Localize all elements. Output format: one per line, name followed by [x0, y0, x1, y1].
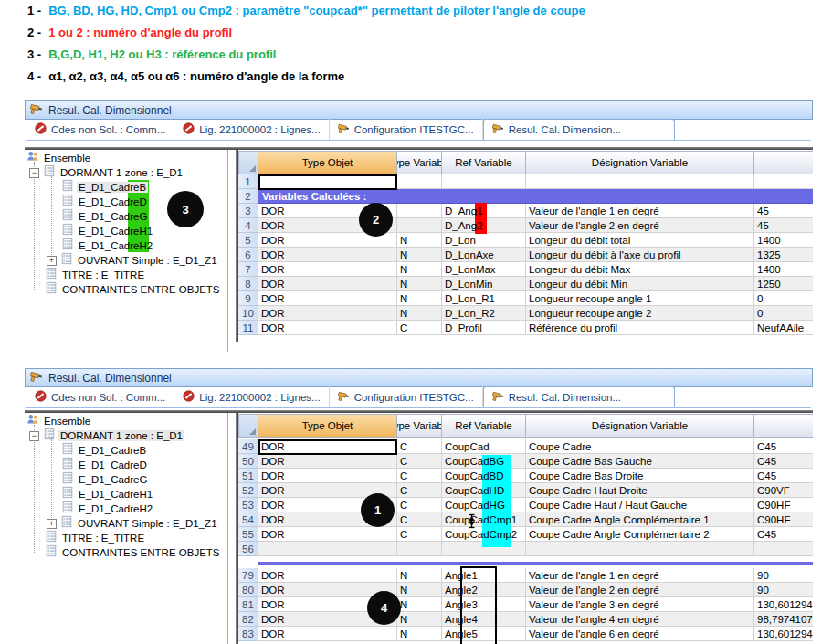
row-header[interactable]: 54: [238, 512, 258, 527]
row-header[interactable]: 81: [238, 597, 258, 612]
table-cell[interactable]: D_LonAxe: [442, 248, 526, 262]
table-cell[interactable]: N: [397, 277, 442, 291]
table-cell[interactable]: [258, 542, 397, 556]
table-cell[interactable]: C90HF: [754, 512, 813, 527]
table-cell[interactable]: C: [397, 527, 442, 542]
row-header[interactable]: 80: [238, 583, 258, 597]
row-header[interactable]: 56: [238, 542, 258, 556]
row-header[interactable]: 79: [238, 568, 258, 583]
table-cell[interactable]: N: [397, 612, 442, 627]
tree-item-ensemble[interactable]: Ensemble: [26, 414, 92, 428]
expand-box-icon[interactable]: +: [47, 519, 57, 529]
table-cell[interactable]: Référence du profil: [526, 321, 754, 335]
column-header-Type Variable[interactable]: Type Variable: [397, 151, 442, 174]
table-cell[interactable]: DOR: [258, 627, 397, 641]
table-cell[interactable]: C45: [754, 454, 813, 469]
row-header[interactable]: 52: [238, 483, 258, 498]
row-header[interactable]: 82: [238, 612, 258, 627]
tab-4[interactable]: Resul. Cal. Dimension...: [483, 386, 675, 407]
table-cell[interactable]: N: [397, 597, 442, 612]
table-cell[interactable]: Valeur de l'angle 3 en degré: [526, 597, 754, 612]
table-cell[interactable]: C: [397, 498, 442, 512]
table-corner-cell[interactable]: [238, 414, 258, 438]
table-cell[interactable]: [397, 218, 442, 233]
table-cell[interactable]: 45: [754, 204, 813, 218]
table-cell[interactable]: D_Lon_R1: [442, 291, 526, 306]
table-cell[interactable]: D_Lon: [442, 233, 526, 248]
table-cell[interactable]: C: [397, 469, 442, 483]
row-header[interactable]: 49: [238, 439, 258, 454]
tree-item-contraintes-entre-objets[interactable]: CONTRAINTES ENTRE OBJETS: [45, 545, 222, 560]
tab-4[interactable]: Resul. Cal. Dimension...: [483, 119, 675, 140]
table-cell[interactable]: 45: [754, 218, 813, 233]
table-cell[interactable]: N: [397, 262, 442, 277]
table-cell[interactable]: C: [397, 321, 442, 335]
tree-item-dormant-1-zone-e-d1[interactable]: −DORMANT 1 zone : E_D1: [29, 165, 184, 180]
table-cell[interactable]: N: [397, 291, 442, 306]
table-cell[interactable]: 130,6012946433: [754, 627, 813, 641]
table-cell[interactable]: 90: [754, 583, 813, 597]
tree-item-e-d1-cadreb[interactable]: E_D1_CadreB: [61, 443, 148, 458]
collapse-box-icon[interactable]: −: [29, 168, 39, 178]
tree-item-e-d1-cadreg[interactable]: E_D1_CadreG: [61, 472, 149, 487]
table-cell[interactable]: 1400: [754, 262, 813, 277]
table-cell[interactable]: C45: [754, 439, 813, 454]
table-cell[interactable]: 0: [754, 306, 813, 321]
tab-1[interactable]: Cdes non Sol. : Comm...: [26, 119, 174, 140]
row-header[interactable]: 51: [238, 469, 258, 483]
row-header[interactable]: 9: [238, 291, 258, 306]
table-cell[interactable]: D_LonMin: [442, 277, 526, 291]
column-header-Type Variable[interactable]: Type Variable: [397, 414, 442, 438]
row-header[interactable]: 2: [238, 189, 258, 204]
table-cell[interactable]: DOR: [258, 454, 397, 469]
table-cell[interactable]: N: [397, 306, 442, 321]
tree-item-e-d1-cadreh2[interactable]: E_D1_CadreH2: [61, 501, 154, 516]
table-cell[interactable]: C90VF: [754, 483, 813, 498]
row-header[interactable]: 8: [238, 277, 258, 291]
row-header[interactable]: 50: [238, 454, 258, 469]
table-cell[interactable]: Longeur du débit Max: [526, 262, 754, 277]
row-header[interactable]: 11: [238, 321, 258, 335]
table-cell[interactable]: DOR: [258, 262, 397, 277]
table-cell[interactable]: DOR: [258, 277, 397, 291]
table-cell[interactable]: N: [397, 583, 442, 597]
table-cell[interactable]: N: [397, 248, 442, 262]
column-header-Désignation Variable[interactable]: Désignation Variable: [526, 414, 754, 438]
table-cell[interactable]: Valeur de l'angle 1 en degré: [526, 204, 754, 218]
table-cell[interactable]: DOR: [258, 568, 397, 583]
table-cell[interactable]: Coupe Cadre Haut Droite: [526, 483, 754, 498]
table-cell[interactable]: Valeur de l'angle 2 en degré: [526, 218, 754, 233]
table-cell[interactable]: [397, 174, 442, 189]
tree-item-ouvrant-simple-e-d1-z1[interactable]: +OUVRANT Simple : E_D1_Z1: [47, 516, 219, 531]
table-cell[interactable]: [754, 542, 813, 556]
table-cell[interactable]: N: [397, 233, 442, 248]
table-cell[interactable]: Coupe Cadre Bas Gauche: [526, 454, 754, 469]
table-cell[interactable]: Valeur de l'angle 1 en degré: [526, 568, 754, 583]
column-header-Ref Variable[interactable]: Ref Variable: [442, 414, 526, 438]
table-cell[interactable]: [526, 174, 754, 189]
tree-item-dormant-1-zone-e-d1[interactable]: −DORMANT 1 zone : E_D1: [29, 428, 184, 443]
table-cell[interactable]: Longueur recoupe angle 1: [526, 291, 754, 306]
table-cell[interactable]: 1325: [754, 248, 813, 262]
tab-3[interactable]: Configuration ITESTGC...: [330, 386, 483, 407]
tree-item-e-d1-cadreh2[interactable]: E_D1_CadreH2: [61, 238, 154, 253]
table-cell[interactable]: C: [397, 483, 442, 498]
table-cell[interactable]: C: [397, 512, 442, 527]
table-cell[interactable]: Longeur du débit à l'axe du profil: [526, 248, 754, 262]
table-cell[interactable]: 98,7974107134: [754, 612, 813, 627]
table-cell[interactable]: C45: [754, 527, 813, 542]
table-cell[interactable]: 1250: [754, 277, 813, 291]
tab-3[interactable]: Configuration ITESTGC...: [330, 119, 483, 140]
table-cell[interactable]: C90HF: [754, 498, 813, 512]
tree-item-e-d1-cadreb[interactable]: E_D1_CadreB: [61, 180, 148, 195]
row-header[interactable]: 5: [238, 233, 258, 248]
table-cell[interactable]: Valeur de l'angle 6 en degré: [526, 627, 754, 641]
table-cell[interactable]: N: [397, 568, 442, 583]
row-header[interactable]: 3: [238, 204, 258, 218]
table-cell[interactable]: DOR: [258, 469, 397, 483]
table-cell[interactable]: Coupe Cadre: [526, 439, 754, 454]
tree-item-ensemble[interactable]: Ensemble: [26, 151, 92, 165]
row-header[interactable]: 7: [238, 262, 258, 277]
tree-item-e-d1-cadreh1[interactable]: E_D1_CadreH1: [61, 487, 154, 501]
table-cell[interactable]: DOR: [258, 306, 397, 321]
